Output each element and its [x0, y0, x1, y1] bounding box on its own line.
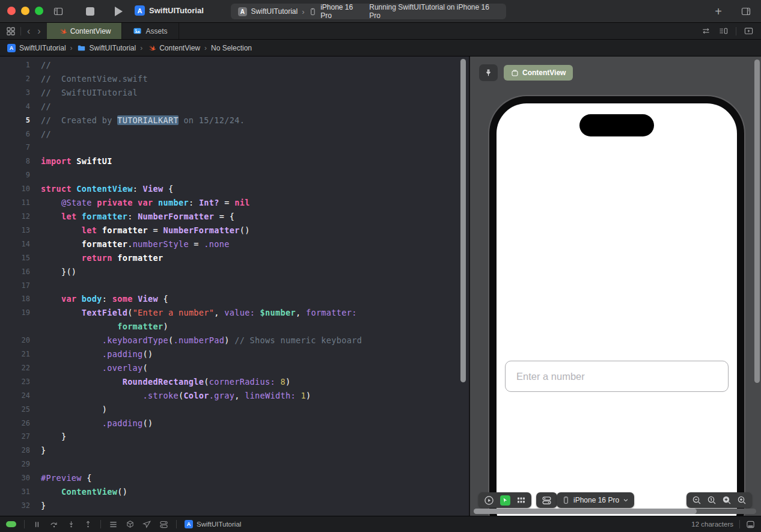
- code-line[interactable]: 29: [0, 457, 469, 471]
- debug-session-label[interactable]: A SwiftUITutorial: [185, 520, 241, 528]
- line-number[interactable]: 23: [0, 375, 30, 389]
- code-line[interactable]: 24 .stroke(Color.gray, lineWidth: 1): [0, 389, 469, 403]
- selectable-mode-button[interactable]: [500, 495, 510, 506]
- code-line[interactable]: 5// Created by TUTORIALKART on 15/12/24.: [0, 114, 469, 127]
- line-number[interactable]: 10: [0, 182, 30, 196]
- code-line[interactable]: 3// SwiftUITutorial: [0, 86, 469, 100]
- line-number[interactable]: 22: [0, 361, 30, 375]
- line-number[interactable]: 7: [0, 141, 30, 154]
- code-line[interactable]: 26 .padding(): [0, 417, 469, 430]
- line-number[interactable]: 26: [0, 417, 30, 430]
- zoom-button[interactable]: [35, 7, 43, 15]
- code-line[interactable]: 12 let formatter: NumberFormatter = {: [0, 210, 469, 224]
- code-line[interactable]: 13 let formatter = NumberFormatter(): [0, 224, 469, 237]
- breadcrumb-file[interactable]: ContentView: [147, 43, 200, 52]
- preview-horizontal-scrollbar[interactable]: [474, 509, 756, 514]
- code-line[interactable]: formatter): [0, 320, 469, 334]
- line-number[interactable]: 29: [0, 457, 30, 471]
- code-line[interactable]: 9: [0, 168, 469, 182]
- breadcrumb-project[interactable]: A SwiftUITutorial: [7, 44, 66, 52]
- preview-tab-pill[interactable]: ContentView: [504, 65, 573, 81]
- source-editor[interactable]: 1//2// ContentView.swift3// SwiftUITutor…: [0, 57, 469, 516]
- console-toggle-icon[interactable]: [746, 520, 755, 529]
- step-out-icon[interactable]: [84, 520, 93, 529]
- step-into-icon[interactable]: [67, 520, 76, 529]
- editor-scrollbar[interactable]: [460, 59, 466, 382]
- line-number[interactable]: 6: [0, 127, 30, 141]
- swap-editor-icon[interactable]: [701, 26, 711, 35]
- code-line[interactable]: 17: [0, 279, 469, 293]
- breadcrumb-selection[interactable]: No Selection: [211, 44, 252, 52]
- code-line[interactable]: 16 }(): [0, 265, 469, 279]
- go-forward-button[interactable]: ›: [36, 26, 41, 36]
- zoom-out-icon[interactable]: [692, 495, 701, 505]
- code-line[interactable]: 6//: [0, 127, 469, 141]
- code-line[interactable]: 15 return formatter: [0, 251, 469, 265]
- code-line[interactable]: 19 TextField("Enter a number", value: $n…: [0, 306, 469, 320]
- line-number[interactable]: 12: [0, 210, 30, 224]
- tab-contentview[interactable]: ContentView: [47, 23, 123, 39]
- code-area[interactable]: 1//2// ContentView.swift3// SwiftUITutor…: [0, 57, 469, 513]
- scheme-name[interactable]: SwiftUITutorial: [251, 7, 298, 16]
- stop-button[interactable]: [82, 4, 98, 19]
- pin-preview-button[interactable]: [479, 64, 498, 81]
- line-number[interactable]: 5: [0, 114, 30, 127]
- add-tab-button[interactable]: +: [711, 4, 726, 19]
- code-line[interactable]: 21 .padding(): [0, 347, 469, 361]
- line-number[interactable]: 17: [0, 279, 30, 293]
- line-number[interactable]: 15: [0, 251, 30, 265]
- preview-destination-picker[interactable]: iPhone 16 Pro: [557, 492, 634, 508]
- run-destination[interactable]: iPhone 16 Pro: [320, 3, 365, 20]
- line-number[interactable]: 18: [0, 292, 30, 306]
- line-number[interactable]: 2: [0, 72, 30, 86]
- line-number[interactable]: 11: [0, 196, 30, 210]
- toggle-navigator-button[interactable]: [50, 4, 66, 19]
- simulate-location-icon[interactable]: [142, 520, 151, 529]
- device-settings-icon[interactable]: [542, 495, 552, 506]
- line-number[interactable]: 1: [0, 58, 30, 72]
- go-back-button[interactable]: ‹: [26, 26, 31, 36]
- line-number[interactable]: 13: [0, 224, 30, 237]
- debug-memory-graph-icon[interactable]: [126, 520, 135, 529]
- editor-options-icon[interactable]: [718, 26, 729, 35]
- code-line[interactable]: 4//: [0, 100, 469, 114]
- run-state-indicator[interactable]: [6, 521, 16, 527]
- code-line[interactable]: 27 }: [0, 430, 469, 444]
- line-number[interactable]: 9: [0, 168, 30, 182]
- line-number[interactable]: 19: [0, 306, 30, 320]
- line-number[interactable]: 16: [0, 265, 30, 279]
- minimize-button[interactable]: [21, 7, 29, 15]
- code-line[interactable]: 8import SwiftUI: [0, 154, 469, 168]
- code-line[interactable]: 10struct ContentView: View {: [0, 182, 469, 196]
- code-line[interactable]: 7: [0, 141, 469, 154]
- code-line[interactable]: 14 formatter.numberStyle = .none: [0, 237, 469, 251]
- line-number[interactable]: 30: [0, 471, 30, 485]
- code-line[interactable]: 31 ContentView(): [0, 485, 469, 499]
- add-editor-icon[interactable]: [744, 26, 754, 35]
- preview-vertical-scrollbar[interactable]: [754, 60, 760, 383]
- activity-view[interactable]: A SwiftUITutorial › iPhone 16 Pro Runnin…: [231, 4, 506, 19]
- code-line[interactable]: 28}: [0, 444, 469, 457]
- code-line[interactable]: 32}: [0, 499, 469, 513]
- line-number[interactable]: 24: [0, 389, 30, 403]
- related-items-icon[interactable]: [6, 26, 16, 36]
- live-preview-icon[interactable]: [484, 495, 494, 506]
- zoom-in-icon[interactable]: [737, 495, 747, 505]
- line-number[interactable]: 14: [0, 237, 30, 251]
- line-number[interactable]: 27: [0, 430, 30, 444]
- code-line[interactable]: 22 .overlay(: [0, 361, 469, 375]
- code-line[interactable]: 20 .keyboardType(.numberPad) // Shows nu…: [0, 334, 469, 347]
- breadcrumb-group[interactable]: SwiftUITutorial: [77, 44, 136, 52]
- code-line[interactable]: 1//: [0, 58, 469, 72]
- code-line[interactable]: 25 ): [0, 403, 469, 417]
- line-number[interactable]: 25: [0, 403, 30, 417]
- line-number[interactable]: [0, 320, 30, 334]
- code-line[interactable]: 18 var body: some View {: [0, 292, 469, 306]
- toggle-inspector-button[interactable]: [738, 4, 754, 19]
- line-number[interactable]: 32: [0, 499, 30, 513]
- pause-icon[interactable]: [32, 520, 41, 529]
- code-line[interactable]: 11 @State private var number: Int? = nil: [0, 196, 469, 210]
- line-number[interactable]: 20: [0, 334, 30, 347]
- scrollbar-thumb[interactable]: [474, 509, 697, 514]
- line-number[interactable]: 8: [0, 154, 30, 168]
